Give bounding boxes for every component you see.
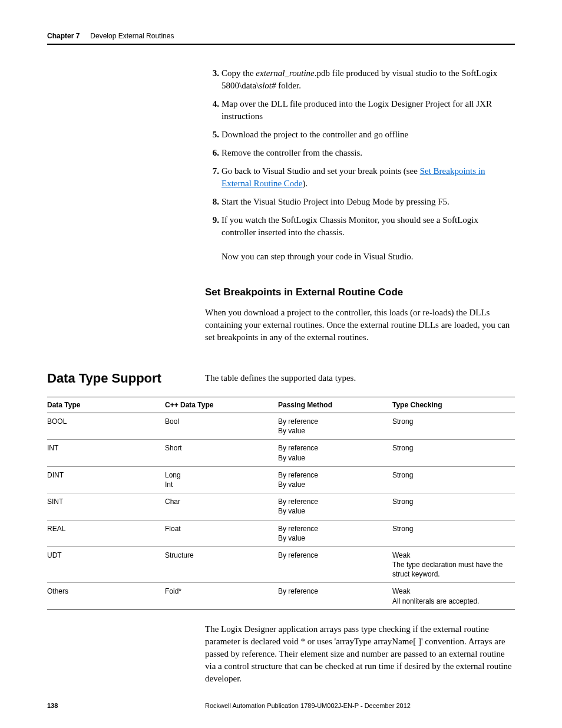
col-header: Type Checking — [392, 397, 515, 413]
step-item: 7. Go back to Visual Studio and set your… — [205, 165, 515, 190]
section-heading: Data Type Support — [47, 371, 205, 386]
step-text: Go back to Visual Studio and set your br… — [222, 165, 515, 190]
table-cell: Char — [165, 493, 278, 520]
table-cell: REAL — [47, 520, 165, 546]
table-cell: By referenceBy value — [278, 413, 392, 440]
table-header-row: Data Type C++ Data Type Passing Method T… — [47, 397, 515, 413]
table-row: OthersFoid*By referenceWeakAll nonlitera… — [47, 583, 515, 610]
step-text: Copy the external_routine.pdb file produ… — [222, 67, 515, 92]
step-text: Map over the DLL file produced into the … — [222, 98, 515, 123]
table-cell: By reference — [278, 583, 392, 610]
chapter-label: Chapter 7 — [47, 32, 80, 40]
table-cell: Float — [165, 520, 278, 546]
col-header: Passing Method — [278, 397, 392, 413]
subsection-body: When you download a project to the contr… — [205, 307, 515, 344]
table-cell: Strong — [392, 493, 515, 520]
table-cell: By reference — [278, 546, 392, 583]
subsection-heading: Set Breakpoints in External Routine Code — [205, 286, 515, 298]
page-number: 138 — [47, 702, 205, 709]
table-cell: Structure — [165, 546, 278, 583]
table-cell: DINT — [47, 466, 165, 493]
running-header: Chapter 7 Develop External Routines — [47, 32, 515, 45]
step-number: 7. — [205, 165, 219, 190]
table-cell: By referenceBy value — [278, 466, 392, 493]
table-row: DINTLongIntBy referenceBy valueStrong — [47, 466, 515, 493]
step-number: 6. — [205, 147, 219, 159]
step-item: 5. Download the project to the controlle… — [205, 129, 515, 141]
step-text: Start the Visual Studio Project into Deb… — [222, 196, 515, 208]
table-row: INTShortBy referenceBy valueStrong — [47, 440, 515, 466]
table-cell: Bool — [165, 413, 278, 440]
table-cell: Strong — [392, 466, 515, 493]
publication-id: Rockwell Automation Publication 1789-UM0… — [205, 702, 515, 709]
table-cell: Short — [165, 440, 278, 466]
step-list: 3. Copy the external_routine.pdb file pr… — [205, 67, 515, 239]
step-text: If you watch the SoftLogix Chassis Monit… — [222, 214, 515, 239]
table-row: SINTCharBy referenceBy valueStrong — [47, 493, 515, 520]
step-number: 9. — [205, 214, 219, 239]
section-lead: The table defines the supported data typ… — [205, 371, 356, 386]
step-item: 6. Remove the controller from the chassi… — [205, 147, 515, 159]
table-cell: INT — [47, 440, 165, 466]
table-cell: WeakAll nonliterals are accepted. — [392, 583, 515, 610]
table-cell: Others — [47, 583, 165, 610]
table-cell: Strong — [392, 440, 515, 466]
table-cell: Strong — [392, 413, 515, 440]
table-cell: Strong — [392, 520, 515, 546]
step-item: 9. If you watch the SoftLogix Chassis Mo… — [205, 214, 515, 239]
table-cell: By referenceBy value — [278, 493, 392, 520]
step-text: Download the project to the controller a… — [222, 129, 515, 141]
table-cell: BOOL — [47, 413, 165, 440]
after-table-paragraph: The Logix Designer application arrays pa… — [205, 623, 515, 685]
table-row: REALFloatBy referenceBy valueStrong — [47, 520, 515, 546]
step-number: 4. — [205, 98, 219, 123]
step-text: Remove the controller from the chassis. — [222, 147, 515, 159]
table-cell: Foid* — [165, 583, 278, 610]
page-footer: 138 Rockwell Automation Publication 1789… — [47, 702, 515, 709]
table-cell: SINT — [47, 493, 165, 520]
step-item: 8. Start the Visual Studio Project into … — [205, 196, 515, 208]
step-conclusion: Now you can step through your code in Vi… — [222, 251, 515, 263]
table-cell: LongInt — [165, 466, 278, 493]
data-type-table: Data Type C++ Data Type Passing Method T… — [47, 397, 515, 610]
table-cell: WeakThe type declaration must have the s… — [392, 546, 515, 583]
table-cell: By referenceBy value — [278, 440, 392, 466]
col-header: Data Type — [47, 397, 165, 413]
step-number: 5. — [205, 129, 219, 141]
step-number: 8. — [205, 196, 219, 208]
table-row: UDTStructureBy referenceWeakThe type dec… — [47, 546, 515, 583]
col-header: C++ Data Type — [165, 397, 278, 413]
table-row: BOOLBoolBy referenceBy valueStrong — [47, 413, 515, 440]
table-cell: UDT — [47, 546, 165, 583]
chapter-title: Develop External Routines — [90, 32, 174, 40]
step-item: 3. Copy the external_routine.pdb file pr… — [205, 67, 515, 92]
step-number: 3. — [205, 67, 219, 92]
table-cell: By referenceBy value — [278, 520, 392, 546]
step-item: 4. Map over the DLL file produced into t… — [205, 98, 515, 123]
